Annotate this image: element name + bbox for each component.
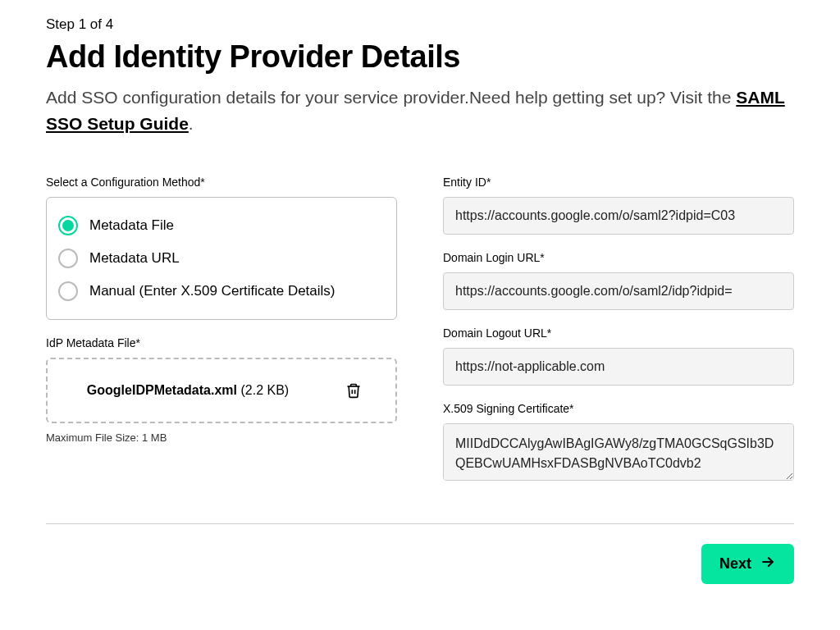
subtitle-text-2: Need help getting set up? Visit the xyxy=(469,88,736,107)
next-button[interactable]: Next xyxy=(701,544,794,584)
radio-option-metadata-url[interactable]: Metadata URL xyxy=(58,242,385,275)
entity-id-input[interactable] xyxy=(443,197,794,235)
logout-url-input[interactable] xyxy=(443,348,794,386)
uploaded-file-name: GoogleIDPMetadata.xml xyxy=(87,383,237,397)
cert-label: X.509 Signing Certificate* xyxy=(443,402,794,415)
uploaded-file-size: (2.2 KB) xyxy=(240,383,289,397)
right-column: Entity ID* Domain Login URL* Domain Logo… xyxy=(443,176,794,484)
radio-label-metadata-file: Metadata File xyxy=(89,217,174,234)
radio-label-metadata-url: Metadata URL xyxy=(89,250,180,267)
file-upload-box[interactable]: GoogleIDPMetadata.xml (2.2 KB) xyxy=(46,358,397,423)
radio-option-metadata-file[interactable]: Metadata File xyxy=(58,209,385,242)
radio-icon xyxy=(58,216,78,235)
subtitle-text-1: Add SSO configuration details for your s… xyxy=(46,88,469,107)
left-column: Select a Configuration Method* Metadata … xyxy=(46,176,397,460)
logout-url-label: Domain Logout URL* xyxy=(443,326,794,340)
login-url-label: Domain Login URL* xyxy=(443,251,794,264)
next-button-label: Next xyxy=(719,555,751,573)
config-method-field: Select a Configuration Method* Metadata … xyxy=(46,176,397,320)
radio-option-manual[interactable]: Manual (Enter X.509 Certificate Details) xyxy=(58,275,385,308)
login-url-field: Domain Login URL* xyxy=(443,251,794,310)
radio-icon xyxy=(58,249,78,268)
entity-id-label: Entity ID* xyxy=(443,176,794,189)
page-title: Add Identity Provider Details xyxy=(46,39,794,75)
radio-label-manual: Manual (Enter X.509 Certificate Details) xyxy=(89,283,336,299)
uploaded-file-info: GoogleIDPMetadata.xml (2.2 KB) xyxy=(81,381,294,400)
metadata-file-label: IdP Metadata File* xyxy=(46,336,397,349)
config-method-label: Select a Configuration Method* xyxy=(46,176,397,189)
page-subtitle: Add SSO configuration details for your s… xyxy=(46,84,794,136)
logout-url-field: Domain Logout URL* xyxy=(443,326,794,386)
form-grid: Select a Configuration Method* Metadata … xyxy=(46,176,794,484)
login-url-input[interactable] xyxy=(443,272,794,310)
max-file-size-hint: Maximum File Size: 1 MB xyxy=(46,431,397,444)
metadata-file-field: IdP Metadata File* GoogleIDPMetadata.xml… xyxy=(46,336,397,444)
arrow-right-icon xyxy=(760,554,776,574)
cert-textarea[interactable] xyxy=(443,423,794,481)
config-method-radio-group: Metadata File Metadata URL Manual (Enter… xyxy=(46,197,397,320)
wizard-footer: Next xyxy=(46,544,794,584)
subtitle-period: . xyxy=(189,114,194,133)
radio-icon xyxy=(58,281,78,301)
entity-id-field: Entity ID* xyxy=(443,176,794,235)
step-indicator: Step 1 of 4 xyxy=(46,16,794,33)
cert-field: X.509 Signing Certificate* xyxy=(443,402,794,484)
footer-divider xyxy=(46,523,794,524)
trash-icon[interactable] xyxy=(345,382,362,399)
